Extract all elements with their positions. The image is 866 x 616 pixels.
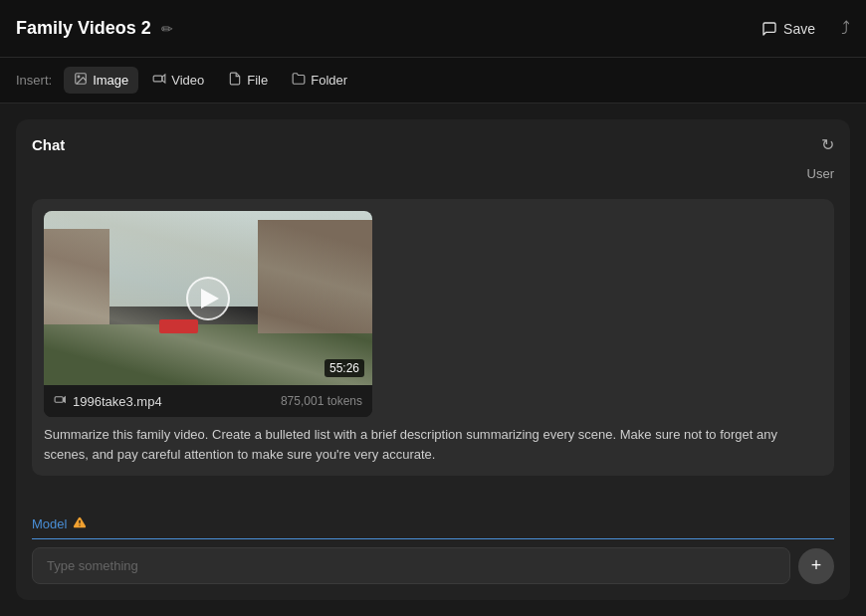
svg-marker-5 <box>63 396 66 404</box>
model-label: Model <box>32 516 67 531</box>
video-card: 55:26 1996take3.mp4 875, <box>44 211 372 417</box>
video-tokens: 875,001 tokens <box>281 394 362 408</box>
page-title: Family Videos 2 <box>16 18 151 39</box>
share-icon[interactable]: ⤴ <box>841 18 850 39</box>
header: Family Videos 2 ✏ Save ⤴ <box>0 0 866 58</box>
svg-rect-4 <box>55 397 63 402</box>
scene-red-accent <box>159 319 199 333</box>
edit-icon[interactable]: ✏ <box>161 21 173 37</box>
video-thumbnail: 55:26 <box>44 211 372 385</box>
toolbar-file-button[interactable]: File <box>218 67 278 94</box>
play-button[interactable] <box>186 277 230 320</box>
toolbar-file-label: File <box>247 73 268 88</box>
svg-marker-3 <box>162 75 165 83</box>
folder-icon <box>292 72 306 89</box>
user-label: User <box>32 166 834 181</box>
toolbar-image-label: Image <box>93 73 128 88</box>
send-icon: + <box>811 555 822 576</box>
video-info: 1996take3.mp4 875,001 tokens <box>44 385 372 417</box>
toolbar-folder-label: Folder <box>311 73 347 88</box>
toolbar-folder-button[interactable]: Folder <box>282 67 357 94</box>
chat-title: Chat <box>32 136 65 153</box>
chat-header: Chat ↻ <box>32 135 834 154</box>
video-duration: 55:26 <box>325 359 364 377</box>
model-underline <box>32 538 834 539</box>
header-right: Save ⤴ <box>752 15 850 43</box>
insert-label: Insert: <box>16 73 52 88</box>
chat-body: User <box>32 166 834 506</box>
message-text: Summarize this family video. Create a bu… <box>44 425 822 464</box>
save-button[interactable]: Save <box>752 15 825 43</box>
video-filename: 1996take3.mp4 <box>73 394 162 409</box>
warning-icon <box>73 515 87 532</box>
video-name-group: 1996take3.mp4 <box>54 393 162 409</box>
svg-rect-2 <box>153 76 162 82</box>
main-content: Chat ↻ User <box>0 103 866 616</box>
message-bubble: 55:26 1996take3.mp4 875, <box>32 199 834 476</box>
save-label: Save <box>783 21 815 37</box>
chat-bottom: Model + <box>32 515 834 584</box>
video-icon <box>152 72 166 89</box>
chat-panel: Chat ↻ User <box>16 119 850 600</box>
image-icon <box>74 72 88 89</box>
input-row: + <box>32 547 834 584</box>
play-triangle-icon <box>201 289 219 308</box>
toolbar-image-button[interactable]: Image <box>64 67 138 94</box>
save-icon <box>761 21 777 37</box>
toolbar: Insert: Image Video File <box>0 58 866 103</box>
chat-input[interactable] <box>32 547 790 584</box>
refresh-button[interactable]: ↻ <box>821 135 834 154</box>
video-file-icon <box>54 393 67 409</box>
send-button[interactable]: + <box>798 548 834 584</box>
svg-point-1 <box>78 76 80 78</box>
file-icon <box>228 72 242 89</box>
toolbar-video-button[interactable]: Video <box>142 67 214 94</box>
header-left: Family Videos 2 ✏ <box>16 18 173 39</box>
toolbar-video-label: Video <box>171 73 204 88</box>
model-row: Model <box>32 515 834 532</box>
